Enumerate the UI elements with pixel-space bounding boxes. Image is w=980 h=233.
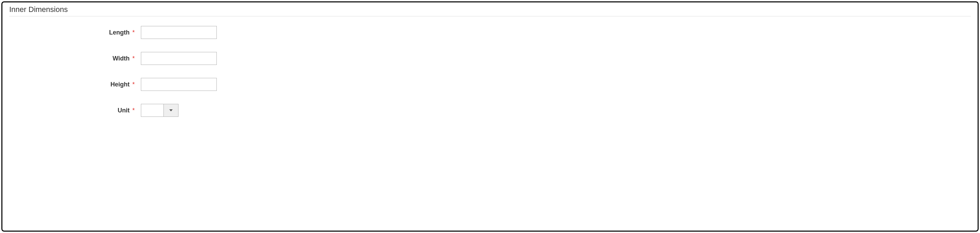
height-input[interactable] bbox=[141, 78, 217, 91]
height-label: Height bbox=[110, 81, 130, 88]
unit-label: Unit bbox=[118, 107, 130, 114]
required-mark-icon: * bbox=[132, 29, 135, 36]
width-label-cell: Width * bbox=[9, 55, 141, 62]
required-mark-icon: * bbox=[132, 81, 135, 88]
unit-dropdown-button[interactable] bbox=[164, 104, 178, 117]
length-input[interactable] bbox=[141, 26, 217, 39]
unit-row: Unit * bbox=[9, 104, 971, 117]
width-row: Width * bbox=[9, 52, 971, 65]
chevron-down-icon bbox=[169, 109, 173, 111]
width-input[interactable] bbox=[141, 52, 217, 65]
unit-label-cell: Unit * bbox=[9, 107, 141, 114]
section-title: Inner Dimensions bbox=[9, 5, 971, 16]
length-label-cell: Length * bbox=[9, 29, 141, 36]
length-row: Length * bbox=[9, 26, 971, 39]
height-label-cell: Height * bbox=[9, 81, 141, 88]
required-mark-icon: * bbox=[132, 107, 135, 114]
inner-dimensions-fieldset: Inner Dimensions Length * Width * Height… bbox=[2, 2, 978, 231]
required-mark-icon: * bbox=[132, 55, 135, 62]
length-label: Length bbox=[109, 29, 130, 36]
unit-combobox bbox=[141, 104, 178, 117]
height-row: Height * bbox=[9, 78, 971, 91]
width-label: Width bbox=[113, 55, 130, 62]
unit-input[interactable] bbox=[141, 104, 164, 117]
